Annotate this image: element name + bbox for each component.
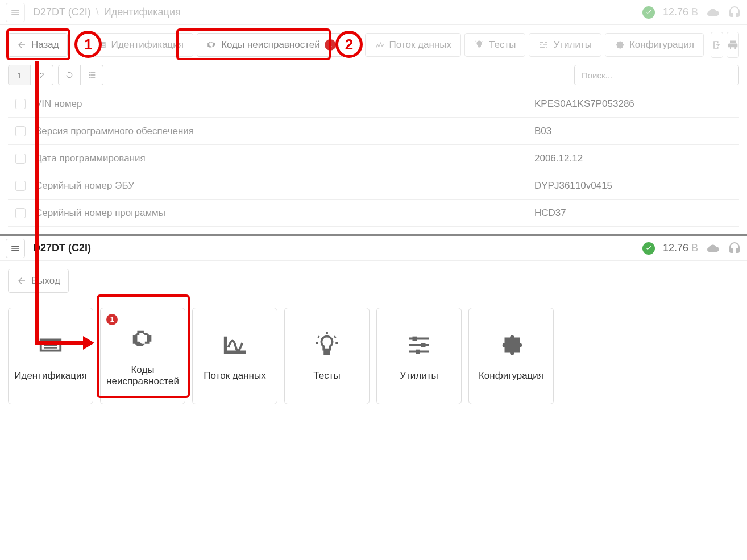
exit-label: Выход bbox=[31, 275, 60, 287]
tile-identification[interactable]: Идентификация bbox=[8, 308, 93, 404]
tile-label: Кодынеисправностей bbox=[106, 364, 179, 387]
svg-rect-2 bbox=[416, 350, 420, 354]
export-button[interactable] bbox=[711, 32, 723, 58]
top-toolbar: Назад Идентификация Коды неисправностей … bbox=[0, 25, 747, 65]
tab-utilities-label: Утилиты bbox=[553, 39, 592, 51]
breadcrumb: D27DT (C2I) bbox=[33, 242, 91, 254]
row-checkbox[interactable] bbox=[8, 99, 33, 109]
svg-rect-0 bbox=[413, 337, 417, 341]
tab-identification-label: Идентификация bbox=[111, 39, 184, 51]
headset-icon[interactable] bbox=[728, 6, 741, 19]
tab-configuration[interactable]: Конфигурация bbox=[605, 33, 704, 57]
status-ok-icon bbox=[642, 6, 655, 19]
id-card-icon bbox=[38, 330, 64, 360]
row-value: 2006.12.12 bbox=[534, 153, 739, 164]
row-value: KPES0A1KS7P053286 bbox=[534, 98, 739, 110]
tab-utilities[interactable]: Утилиты bbox=[529, 33, 601, 57]
tile-label: Утилиты bbox=[400, 370, 438, 381]
tile-configuration[interactable]: Конфигурация bbox=[468, 308, 554, 404]
cloud-icon[interactable] bbox=[706, 242, 720, 255]
table-row[interactable]: Серийный номер программы HCD37 bbox=[8, 200, 739, 227]
voltage-value: 12.76 bbox=[663, 6, 688, 18]
voltage-display: 12.76 В bbox=[663, 242, 698, 254]
tab-fault-codes-label: Коды неисправностей bbox=[221, 39, 320, 51]
tab-identification[interactable]: Идентификация bbox=[87, 33, 193, 57]
row-value: HCD37 bbox=[534, 208, 739, 219]
page-2-button[interactable]: 2 bbox=[31, 65, 53, 85]
breadcrumb-main: D27DT (C2I) bbox=[33, 6, 91, 18]
back-button[interactable]: Назад bbox=[8, 33, 68, 57]
lightbulb-icon bbox=[474, 40, 484, 50]
wave-icon bbox=[222, 330, 248, 360]
svg-rect-1 bbox=[421, 343, 426, 347]
list-view-button[interactable] bbox=[81, 65, 103, 85]
tile-label: Конфигурация bbox=[479, 370, 543, 381]
hamburger-button[interactable] bbox=[6, 239, 25, 258]
subtoolbar: 1 2 bbox=[0, 65, 747, 90]
hamburger-button[interactable] bbox=[6, 3, 25, 22]
row-value: DYPJ36110v0415 bbox=[534, 180, 739, 192]
menu-tiles: Идентификация 1 Кодынеисправностей Поток… bbox=[0, 301, 747, 411]
sliders-icon bbox=[538, 40, 549, 50]
voltage-unit: В bbox=[691, 6, 698, 18]
row-checkbox[interactable] bbox=[8, 126, 33, 136]
bottom-toolbar: Выход bbox=[0, 261, 747, 301]
tab-tests[interactable]: Тесты bbox=[464, 33, 525, 57]
page-1-button[interactable]: 1 bbox=[8, 65, 31, 85]
breadcrumb-sub: Идентификация bbox=[104, 6, 181, 18]
tab-configuration-label: Конфигурация bbox=[629, 39, 694, 51]
sliders-icon bbox=[406, 330, 432, 360]
table-row[interactable]: Серийный номер ЭБУ DYPJ36110v0415 bbox=[8, 172, 739, 200]
headset-icon[interactable] bbox=[728, 242, 741, 255]
top-header: D27DT (C2I) \ Идентификация 12.76 В bbox=[0, 0, 747, 25]
lightbulb-icon bbox=[314, 330, 340, 360]
status-ok-icon bbox=[642, 242, 655, 255]
arrow-left-icon bbox=[16, 276, 27, 286]
voltage-unit: В bbox=[691, 242, 698, 254]
tab-fault-codes[interactable]: Коды неисправностей 1 bbox=[197, 33, 346, 57]
identification-table: VIN номер KPES0A1KS7P053286 Версия прогр… bbox=[8, 90, 739, 227]
engine-icon bbox=[206, 40, 217, 50]
engine-icon bbox=[130, 325, 156, 354]
tile-label: Поток данных bbox=[204, 370, 265, 381]
fault-count-badge: 1 bbox=[325, 39, 336, 51]
row-label: Серийный номер ЭБУ bbox=[33, 180, 534, 192]
row-label: Версия программного обеспечения bbox=[33, 126, 534, 137]
voltage-value: 12.76 bbox=[663, 242, 688, 254]
row-checkbox[interactable] bbox=[8, 208, 33, 218]
print-button[interactable] bbox=[727, 32, 739, 58]
table-row[interactable]: VIN номер KPES0A1KS7P053286 bbox=[8, 90, 739, 118]
puzzle-icon bbox=[498, 330, 524, 360]
puzzle-icon bbox=[615, 40, 625, 50]
arrow-left-icon bbox=[16, 40, 27, 50]
tile-utilities[interactable]: Утилиты bbox=[376, 308, 462, 404]
cloud-icon[interactable] bbox=[706, 6, 720, 19]
voltage-display: 12.76 В bbox=[663, 6, 698, 18]
id-card-icon bbox=[97, 40, 107, 50]
search-input[interactable] bbox=[574, 65, 739, 85]
tile-fault-codes[interactable]: 1 Кодынеисправностей bbox=[100, 308, 185, 404]
breadcrumb-main: D27DT (C2I) bbox=[33, 242, 91, 254]
row-label: Дата программирования bbox=[33, 153, 534, 164]
tile-label: Тесты bbox=[313, 370, 340, 381]
tile-label: Идентификация bbox=[14, 370, 86, 381]
back-label: Назад bbox=[31, 39, 59, 51]
table-row[interactable]: Дата программирования 2006.12.12 bbox=[8, 145, 739, 172]
bottom-header: D27DT (C2I) 12.76 В bbox=[0, 236, 747, 261]
fault-count-badge: 1 bbox=[106, 314, 118, 325]
row-checkbox[interactable] bbox=[8, 181, 33, 191]
exit-button[interactable]: Выход bbox=[8, 269, 69, 293]
wave-icon bbox=[375, 40, 385, 50]
tab-data-stream-label: Поток данных bbox=[389, 39, 451, 51]
tab-data-stream[interactable]: Поток данных bbox=[365, 33, 461, 57]
row-label: VIN номер bbox=[33, 98, 534, 110]
row-value: B03 bbox=[534, 126, 739, 137]
tile-data-stream[interactable]: Поток данных bbox=[192, 308, 277, 404]
tile-tests[interactable]: Тесты bbox=[284, 308, 370, 404]
refresh-button[interactable] bbox=[58, 65, 81, 85]
tab-tests-label: Тесты bbox=[489, 39, 516, 51]
search-box[interactable] bbox=[574, 65, 739, 85]
breadcrumb: D27DT (C2I) \ Идентификация bbox=[33, 6, 181, 18]
table-row[interactable]: Версия программного обеспечения B03 bbox=[8, 118, 739, 145]
row-checkbox[interactable] bbox=[8, 154, 33, 164]
